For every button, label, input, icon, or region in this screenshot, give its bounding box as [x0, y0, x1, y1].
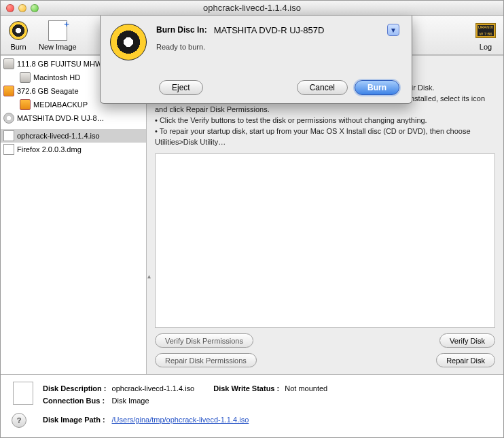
info-footer: Disk Description : ophcrack-livecd-1.1.4… — [1, 374, 503, 437]
disk-image-path-link[interactable]: /Users/gina/tmp/ophcrack-livecd-1.1.4.is… — [112, 416, 249, 424]
path-label: Disk Image Path : — [43, 414, 111, 425]
burn-status: Ready to burn. — [156, 43, 399, 51]
sidebar-item-image[interactable]: Firefox 2.0.0.3.dmg — [1, 143, 146, 156]
conn-value: Disk Image — [112, 395, 199, 406]
verify-permissions-button[interactable]: Verify Disk Permissions — [155, 333, 253, 348]
sidebar-item-label: MATSHITA DVD-R UJ-8… — [17, 114, 105, 122]
desc-label: Disk Description : — [43, 383, 111, 394]
desc-value: ophcrack-livecd-1.1.4.iso — [112, 383, 199, 394]
titlebar: ophcrack-livecd-1.1.4.iso — [1, 1, 503, 16]
harddrive-icon — [3, 58, 14, 69]
harddrive-icon — [20, 99, 31, 110]
repair-disk-button[interactable]: Repair Disk — [436, 353, 495, 367]
burn-sheet: Burn Disc In: MATSHITA DVD-R UJ-857D ▼ R… — [100, 16, 412, 104]
sidebar-item-label: Firefox 2.0.0.3.dmg — [17, 145, 82, 153]
dvd-icon — [3, 113, 14, 124]
sidebar-item-label: 372.6 GB Seagate — [17, 87, 79, 95]
burn-button[interactable]: Burn — [355, 80, 399, 95]
new-image-icon — [48, 20, 67, 41]
toolbar-burn[interactable]: Burn — [7, 20, 29, 51]
disk-image-icon — [3, 144, 14, 155]
sidebar-item-label: Macintosh HD — [33, 73, 80, 81]
toolbar-log[interactable]: URANIXW 7:86 Log — [475, 20, 497, 51]
burn-device-name: MATSHITA DVD-R UJ-857D — [214, 25, 325, 35]
harddrive-icon — [3, 86, 14, 96]
burn-icon — [9, 21, 28, 40]
toolbar-log-label: Log — [480, 43, 492, 51]
sidebar-item-label: MEDIABACKUP — [33, 101, 88, 109]
eject-button[interactable]: Eject — [159, 80, 203, 95]
content: 111.8 GB FUJITSU MHW2 Macintosh HD 372.6… — [1, 55, 503, 437]
sidebar-item-optical[interactable]: MATSHITA DVD-R UJ-8… — [1, 111, 146, 125]
instruction-line: • To repair your startup disk, start up … — [155, 126, 495, 148]
sidebar-item-label: 111.8 GB FUJITSU MHW2 — [17, 60, 106, 68]
harddrive-icon — [20, 72, 31, 83]
toolbar-burn-label: Burn — [10, 43, 26, 51]
verify-disk-button[interactable]: Verify Disk — [439, 333, 495, 348]
toolbar-new-image-label: New Image — [39, 43, 77, 51]
disk-image-icon — [13, 382, 33, 405]
disk-utility-window: ophcrack-livecd-1.1.4.iso Burn New Image… — [0, 0, 504, 438]
disclosure-button[interactable]: ▼ — [387, 24, 399, 36]
sidebar-item-label: ophcrack-livecd-1.1.4.iso — [17, 132, 100, 140]
write-status-value: Not mounted — [285, 383, 331, 394]
toolbar-new-image[interactable]: New Image — [39, 20, 77, 51]
results-textarea[interactable] — [155, 153, 495, 328]
write-status-label: Disk Write Status : — [213, 383, 283, 394]
repair-permissions-button[interactable]: Repair Disk Permissions — [155, 353, 257, 367]
burn-in-label: Burn Disc In: — [156, 25, 207, 35]
conn-label: Connection Bus : — [43, 395, 111, 406]
sidebar-item-image[interactable]: ophcrack-livecd-1.1.4.iso — [1, 129, 146, 143]
splitter-handle[interactable]: ▴ — [147, 272, 151, 280]
burn-icon — [110, 24, 147, 60]
window-title: ophcrack-livecd-1.1.4.iso — [1, 3, 503, 13]
disk-image-icon — [3, 130, 14, 141]
log-icon: URANIXW 7:86 — [475, 23, 496, 38]
instruction-line: • Click the Verify buttons to test the d… — [155, 115, 495, 126]
cancel-button[interactable]: Cancel — [297, 80, 348, 95]
help-button[interactable]: ? — [12, 413, 26, 428]
